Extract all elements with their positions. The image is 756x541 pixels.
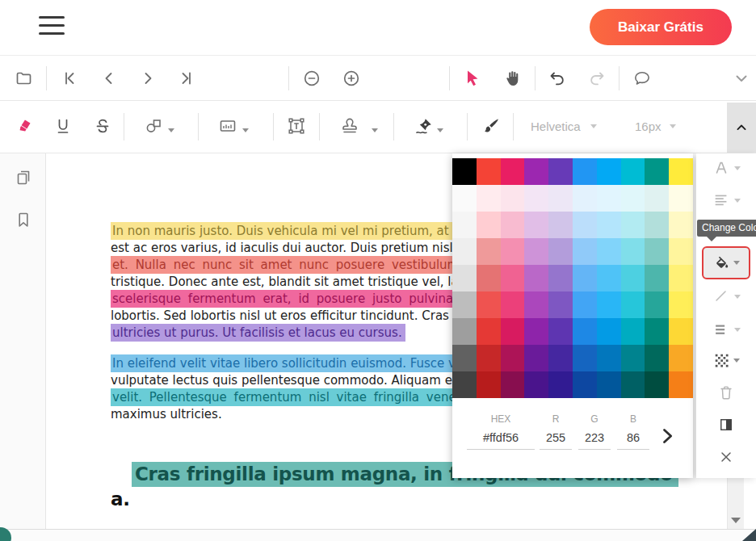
chevron-down-icon[interactable] xyxy=(437,128,443,132)
zoom-in-button[interactable] xyxy=(342,69,361,88)
palette-color-swatch[interactable] xyxy=(548,345,573,371)
palette-color-swatch[interactable] xyxy=(621,238,645,265)
undo-button[interactable] xyxy=(548,69,567,88)
palette-color-swatch[interactable] xyxy=(548,158,573,185)
palette-color-swatch[interactable] xyxy=(548,291,573,318)
palette-color-swatch[interactable] xyxy=(597,291,621,318)
palette-color-swatch[interactable] xyxy=(452,265,477,291)
palette-color-swatch[interactable] xyxy=(524,158,548,185)
chevron-down-icon[interactable] xyxy=(242,128,249,132)
highlighted-text[interactable]: In eleifend velit vitae libero sollicitu… xyxy=(111,354,481,372)
zoom-out-button[interactable] xyxy=(302,69,321,88)
r-input[interactable] xyxy=(540,431,572,450)
heading-tail[interactable]: a. xyxy=(111,487,733,511)
line-style-dropdown[interactable] xyxy=(696,287,756,306)
palette-color-swatch[interactable] xyxy=(501,212,525,238)
font-size-dropdown[interactable]: 16px xyxy=(635,120,662,133)
palette-color-swatch[interactable] xyxy=(621,185,645,212)
palette-color-swatch[interactable] xyxy=(597,265,621,291)
palette-color-swatch[interactable] xyxy=(573,318,597,345)
close-panel-button[interactable] xyxy=(696,447,756,467)
palette-color-swatch[interactable] xyxy=(524,212,548,238)
scroll-down-arrow-icon[interactable] xyxy=(731,518,741,523)
menu-icon[interactable] xyxy=(39,16,65,37)
palette-color-swatch[interactable] xyxy=(452,158,477,185)
shapes-dropdown-icon[interactable] xyxy=(144,116,163,136)
palette-color-swatch[interactable] xyxy=(452,371,477,398)
strikethrough-button[interactable] xyxy=(93,116,112,136)
document-text-line[interactable]: lobortis. Sed lobortis nisl ut eros effi… xyxy=(111,308,498,323)
highlight-button[interactable] xyxy=(15,116,34,136)
download-button[interactable]: Baixar Grátis xyxy=(590,9,732,45)
palette-color-swatch[interactable] xyxy=(477,318,501,345)
palette-color-swatch[interactable] xyxy=(524,238,548,265)
palette-color-swatch[interactable] xyxy=(645,291,669,318)
palette-color-swatch[interactable] xyxy=(573,238,597,265)
palette-color-swatch[interactable] xyxy=(524,265,548,291)
palette-color-swatch[interactable] xyxy=(524,185,548,212)
palette-color-swatch[interactable] xyxy=(452,212,477,238)
palette-color-swatch[interactable] xyxy=(573,291,597,318)
palette-color-swatch[interactable] xyxy=(452,185,477,212)
next-page-button[interactable] xyxy=(138,69,158,88)
palette-color-swatch[interactable] xyxy=(501,238,525,265)
underline-button[interactable] xyxy=(53,116,73,136)
textbox-button[interactable] xyxy=(287,116,306,136)
chevron-down-icon[interactable] xyxy=(590,124,597,128)
palette-color-swatch[interactable] xyxy=(669,238,693,265)
palette-color-swatch[interactable] xyxy=(669,345,693,371)
hand-tool-button[interactable] xyxy=(503,69,523,88)
image-dropdown-icon[interactable] xyxy=(218,116,237,136)
highlighted-text[interactable]: ultricies ut purus. Ut facilisis et lacu… xyxy=(111,324,405,342)
palette-color-swatch[interactable] xyxy=(573,371,597,398)
palette-color-swatch[interactable] xyxy=(621,291,645,318)
toolbar-collapse-chevron-icon[interactable] xyxy=(732,69,751,88)
palette-color-swatch[interactable] xyxy=(452,238,477,265)
chevron-down-icon[interactable] xyxy=(372,128,378,132)
palette-color-swatch[interactable] xyxy=(548,238,573,265)
bookmarks-panel-icon[interactable] xyxy=(14,210,33,229)
document-text-line[interactable]: maximus ultricies. xyxy=(111,407,222,421)
comment-button[interactable] xyxy=(632,69,652,88)
palette-color-swatch[interactable] xyxy=(477,371,501,398)
palette-color-swatch[interactable] xyxy=(597,238,621,265)
palette-color-swatch[interactable] xyxy=(645,158,669,185)
palette-color-swatch[interactable] xyxy=(621,265,645,291)
palette-color-swatch[interactable] xyxy=(452,318,477,345)
palette-color-swatch[interactable] xyxy=(501,345,525,371)
palette-color-swatch[interactable] xyxy=(669,158,693,185)
b-input[interactable] xyxy=(617,431,649,450)
stamp-dropdown-icon[interactable] xyxy=(340,116,359,136)
palette-color-swatch[interactable] xyxy=(669,318,693,345)
palette-color-swatch[interactable] xyxy=(501,158,525,185)
chevron-down-icon[interactable] xyxy=(670,124,676,128)
palette-color-swatch[interactable] xyxy=(645,371,669,398)
palette-color-swatch[interactable] xyxy=(501,185,525,212)
palette-color-swatch[interactable] xyxy=(597,371,621,398)
g-input[interactable] xyxy=(578,431,611,450)
list-style-dropdown[interactable] xyxy=(696,320,756,339)
palette-color-swatch[interactable] xyxy=(597,345,621,371)
palette-color-swatch[interactable] xyxy=(548,185,573,212)
palette-color-swatch[interactable] xyxy=(597,318,621,345)
palette-color-swatch[interactable] xyxy=(645,345,669,371)
palette-color-swatch[interactable] xyxy=(597,212,621,238)
palette-color-swatch[interactable] xyxy=(645,238,669,265)
palette-color-swatch[interactable] xyxy=(548,212,573,238)
brush-button[interactable] xyxy=(481,116,501,136)
align-dropdown[interactable] xyxy=(696,191,756,210)
palette-color-swatch[interactable] xyxy=(501,371,525,398)
palette-color-swatch[interactable] xyxy=(621,371,645,398)
redo-button[interactable] xyxy=(587,69,607,88)
palette-color-swatch[interactable] xyxy=(597,185,621,212)
font-style-dropdown[interactable] xyxy=(696,158,756,178)
vertical-scrollbar[interactable] xyxy=(727,478,744,529)
palette-color-swatch[interactable] xyxy=(621,158,645,185)
select-cursor-button[interactable] xyxy=(463,69,482,88)
font-family-dropdown[interactable]: Helvetica xyxy=(531,120,581,133)
palette-color-swatch[interactable] xyxy=(669,185,693,212)
palette-color-swatch[interactable] xyxy=(669,212,693,238)
palette-color-swatch[interactable] xyxy=(645,212,669,238)
palette-color-swatch[interactable] xyxy=(501,291,525,318)
palette-color-swatch[interactable] xyxy=(452,291,477,318)
